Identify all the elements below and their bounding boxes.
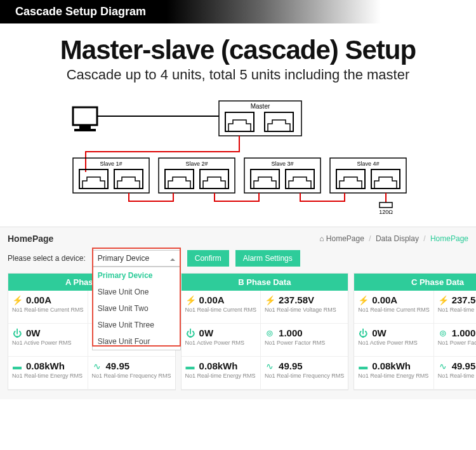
svg-text:Slave 3#: Slave 3# [271,161,293,167]
dashboard: HomePage ⌂ HomePage / Data Display / Hom… [0,227,476,399]
wave-icon: ∿ [92,361,102,371]
svg-rect-21 [371,169,400,189]
svg-rect-13 [200,169,228,189]
metric-energy: ▬0.08kWhNo1 Real-time Energy RMS [8,357,88,390]
banner-title: Cascade Setup Diagram [0,5,476,18]
power-icon: ⏻ [12,328,22,338]
device-option[interactable]: Slave Unit One [93,284,180,300]
svg-rect-1 [79,125,91,129]
svg-rect-16 [251,169,279,189]
svg-rect-5 [265,112,293,131]
banner: Cascade Setup Diagram [0,0,476,23]
phase-c-header: C Phase Data [354,274,476,291]
phase-c: C Phase Data ⚡0.00ANo1 Real-time Current… [354,273,476,390]
home-icon: ⌂ [319,234,326,243]
device-option[interactable]: Slave Unit Two [93,300,180,317]
device-dropdown: Primary Device Slave Unit One Slave Unit… [92,267,181,350]
breadcrumb: ⌂ HomePage / Data Display / HomePage [319,234,468,243]
metric-freq: ∿49.95No1 Real-time Frequency RMS [88,357,175,390]
battery-icon: ▬ [358,361,368,371]
svg-rect-17 [286,169,314,189]
plug-icon: ⚡ [358,295,368,305]
phase-b: B Phase Data ⚡0.00ANo1 Real-time Current… [181,273,349,390]
gauge-icon: ⊚ [265,328,275,338]
confirm-button[interactable]: Confirm [187,250,229,267]
bolt-icon: ⚡ [438,295,448,305]
device-option[interactable]: Primary Device [93,267,180,284]
device-option[interactable]: Slave Unit Four [93,333,180,350]
bolt-icon: ⚡ [265,295,275,305]
metric-current: ⚡0.00ANo1 Real-time Current RMS [8,291,88,324]
breadcrumb-current: HomePage [430,234,468,243]
svg-text:Slave 4#: Slave 4# [357,161,379,167]
hero-subtitle: Cascade up to 4 units, total 5 units inc… [0,67,476,83]
power-icon: ⏻ [185,328,195,338]
diagram-slaves: Slave 1# Slave 2# Slave 3# Slave 4# [73,158,406,193]
hero: Master-slave (cascade) Setup Cascade up … [0,23,476,88]
gauge-icon: ⊚ [438,328,448,338]
plug-icon: ⚡ [12,295,22,305]
svg-rect-0 [73,107,97,125]
wave-icon: ∿ [438,361,448,371]
diagram-terminator-label: 120Ω [379,209,393,215]
svg-rect-12 [165,169,194,189]
device-select-wrap: Primary Device Primary Device Slave Unit… [92,250,181,267]
battery-icon: ▬ [12,361,22,371]
svg-rect-22 [380,202,392,208]
wave-icon: ∿ [265,361,275,371]
phase-row: A Phase Data ⚡0.00ANo1 Real-time Current… [8,273,468,390]
alarm-settings-button[interactable]: Alarm Settings [235,250,300,267]
device-select-label: Please select a device: [8,250,86,263]
diagram-master-label: Master [251,103,270,110]
breadcrumb-section[interactable]: Data Display [376,234,419,243]
svg-rect-20 [336,169,365,189]
phase-b-header: B Phase Data [182,274,348,291]
svg-rect-9 [114,169,143,189]
device-option[interactable]: Slave Unit Three [93,317,180,333]
power-icon: ⏻ [358,328,368,338]
svg-rect-2 [74,129,96,131]
page-title: HomePage [8,234,53,244]
svg-rect-4 [225,112,254,131]
plug-icon: ⚡ [185,295,195,305]
svg-rect-8 [79,169,108,189]
breadcrumb-home[interactable]: HomePage [326,234,364,243]
metric-power: ⏻0WNo1 Active Power RMS [8,324,88,357]
hero-title: Master-slave (cascade) Setup [0,35,476,65]
device-select[interactable]: Primary Device [92,250,181,267]
cascade-diagram: Master Slave 1# Slave 2# Slave 3# Slave … [0,88,476,227]
svg-text:Slave 1#: Slave 1# [100,161,122,167]
svg-text:Slave 2#: Slave 2# [185,161,208,167]
battery-icon: ▬ [185,361,195,371]
